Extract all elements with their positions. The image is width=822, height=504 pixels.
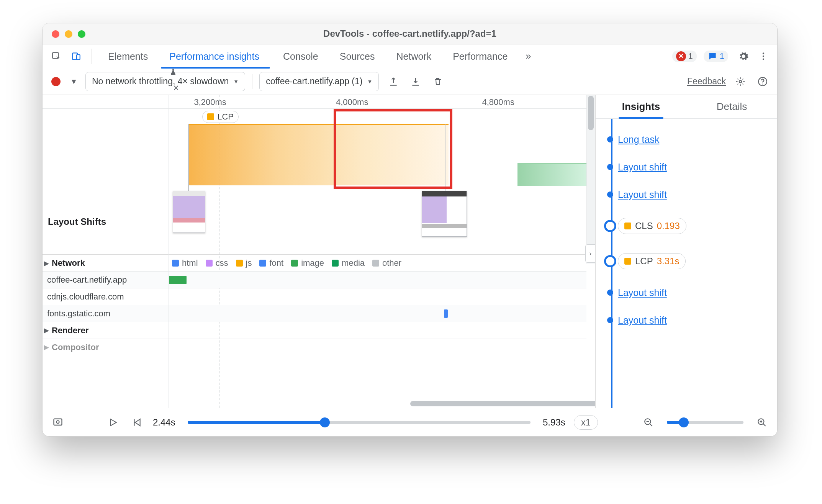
tabs-overflow-icon[interactable]: » <box>521 49 536 64</box>
insights-list[interactable]: Long task Layout shift Layout shift <box>596 119 777 408</box>
insight-item[interactable]: Layout shift <box>618 306 770 334</box>
slider-progress <box>188 421 325 424</box>
inspect-element-icon[interactable] <box>49 49 64 64</box>
device-toolbar-icon[interactable] <box>69 49 84 64</box>
insight-item[interactable]: Layout shift <box>618 279 770 306</box>
tab-performance-insights[interactable]: Performance insights × <box>161 44 270 68</box>
legend-label: js <box>246 258 252 268</box>
network-legend-row: html css js font image media other <box>169 254 586 271</box>
network-host-label: cdnjs.cloudflare.com <box>43 292 124 302</box>
record-dropdown-icon[interactable]: ▾ <box>69 74 79 89</box>
record-icon <box>51 77 61 86</box>
network-row[interactable] <box>169 305 586 322</box>
zoom-in-icon[interactable] <box>754 415 770 430</box>
tab-details[interactable]: Details <box>686 95 777 118</box>
compositor-row[interactable] <box>169 339 586 355</box>
layout-shifts-row[interactable] <box>169 189 586 254</box>
session-dropdown[interactable]: coffee-cart.netlify.app (1) ▼ <box>259 72 379 91</box>
legend-label: css <box>216 258 228 268</box>
svg-point-8 <box>762 83 763 84</box>
layout-shift-thumbnail[interactable] <box>422 191 467 237</box>
chevron-down-icon: ▼ <box>233 79 239 85</box>
messages-badge[interactable]: 1 <box>704 51 728 62</box>
insight-link[interactable]: Layout shift <box>618 315 667 326</box>
renderer-row[interactable] <box>169 322 586 339</box>
playback-speed-button[interactable]: x1 <box>574 415 598 430</box>
timeline-panel: › Layout Shifts ▶Network coffee-cart.net… <box>43 95 595 408</box>
tick-label: 3,200ms <box>194 97 226 107</box>
import-icon[interactable] <box>408 74 423 89</box>
disclosure-triangle-icon[interactable]: ▶ <box>44 260 49 267</box>
skip-back-icon[interactable] <box>129 415 144 430</box>
tab-elements[interactable]: Elements <box>100 44 156 68</box>
range-end-label: 5.93s <box>543 417 565 428</box>
record-button[interactable] <box>49 75 62 88</box>
zoom-out-icon[interactable] <box>641 415 656 430</box>
close-window-button[interactable] <box>52 30 59 38</box>
insight-item[interactable]: Layout shift <box>618 153 770 181</box>
horizontal-scrollbar[interactable] <box>295 399 578 408</box>
network-row[interactable] <box>169 271 586 288</box>
network-host-label: fonts.gstatic.com <box>43 309 110 319</box>
annotation-highlight-box <box>334 109 452 189</box>
error-icon: ✕ <box>676 51 686 61</box>
scrollbar-thumb[interactable] <box>588 96 594 130</box>
toggle-preview-icon[interactable] <box>50 415 65 430</box>
disclosure-triangle-icon[interactable]: ▶ <box>44 344 49 351</box>
layout-shifts-label: Layout Shifts <box>43 189 169 254</box>
legend-image-icon <box>291 260 298 267</box>
network-row[interactable] <box>169 288 586 305</box>
insight-link[interactable]: Layout shift <box>618 287 667 298</box>
renderer-label: Renderer <box>52 326 89 335</box>
insight-link[interactable]: Layout shift <box>618 189 667 200</box>
separator <box>92 49 92 64</box>
kebab-menu-icon[interactable] <box>756 49 771 64</box>
chevron-down-icon: ▼ <box>367 79 372 85</box>
network-label: Network <box>52 258 85 268</box>
lcp-marker[interactable]: LCP <box>202 111 239 123</box>
help-icon[interactable] <box>755 74 770 89</box>
insight-link[interactable]: Layout shift <box>618 162 667 173</box>
slider-knob[interactable] <box>320 417 330 427</box>
disclosure-triangle-icon[interactable]: ▶ <box>44 327 49 334</box>
insight-link[interactable]: Long task <box>618 134 659 145</box>
tab-performance[interactable]: Performance <box>444 44 516 68</box>
rail-dot-icon <box>607 290 613 296</box>
insight-metric-cls[interactable]: CLS 0.193 <box>618 208 770 244</box>
insight-item[interactable]: Long task <box>618 126 770 153</box>
play-icon[interactable] <box>105 415 121 430</box>
layout-shift-thumbnail[interactable] <box>173 191 205 233</box>
metric-color-icon <box>624 223 631 229</box>
vertical-scrollbar[interactable] <box>586 95 595 263</box>
tab-close-icon[interactable]: × <box>173 82 179 93</box>
request-bar[interactable] <box>444 309 448 318</box>
tab-insights[interactable]: Insights <box>596 95 686 118</box>
errors-badge[interactable]: ✕ 1 <box>672 51 697 62</box>
zoom-slider[interactable] <box>667 421 743 424</box>
timeline-chart[interactable]: 3,200ms 4,000ms 4,800ms LCP <box>169 95 586 408</box>
insight-metric-lcp[interactable]: LCP 3.31s <box>618 244 770 279</box>
slider-knob[interactable] <box>679 417 689 427</box>
insight-item[interactable]: Layout shift <box>618 181 770 208</box>
export-icon[interactable] <box>386 74 401 89</box>
zoom-window-button[interactable] <box>78 30 85 38</box>
scrollbar-thumb[interactable] <box>410 401 595 406</box>
compositor-label: Compositor <box>52 342 99 352</box>
time-ruler[interactable]: 3,200ms 4,000ms 4,800ms <box>169 95 586 109</box>
playback-slider[interactable] <box>188 421 531 424</box>
panel-settings-icon[interactable] <box>733 74 748 89</box>
settings-icon[interactable] <box>736 49 751 64</box>
rail-dot-icon <box>607 191 613 198</box>
task-bar[interactable] <box>517 163 586 186</box>
request-bar[interactable] <box>169 276 187 284</box>
minimize-window-button[interactable] <box>65 30 72 38</box>
window-title: DevTools - coffee-cart.netlify.app/?ad=1 <box>323 28 496 39</box>
panel-collapse-button[interactable]: › <box>585 244 595 263</box>
insights-tabs: Insights Details <box>596 95 777 119</box>
tab-console[interactable]: Console <box>275 44 327 68</box>
tab-sources[interactable]: Sources <box>331 44 383 68</box>
flame-row[interactable] <box>169 124 586 189</box>
feedback-link[interactable]: Feedback <box>687 76 726 87</box>
delete-icon[interactable] <box>430 74 445 89</box>
tab-network[interactable]: Network <box>388 44 440 68</box>
